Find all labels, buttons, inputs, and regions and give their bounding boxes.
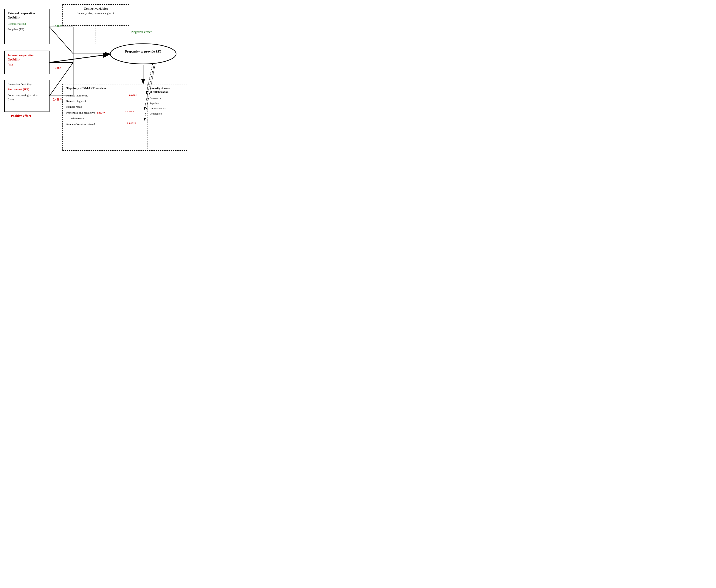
svg-line-1: [49, 54, 110, 62]
coeff-preventive: 0.037**: [97, 111, 105, 114]
svg-line-0: [49, 27, 73, 54]
coeff-ec-sst: 0.538**: [53, 25, 63, 28]
control-variables-content: Industry, size, customer segment: [66, 12, 125, 15]
propensity-ellipse-svg: Propensity to provide SST: [110, 43, 176, 65]
innovation-flexibility-box: Innovation flexibility For product (IFP)…: [4, 80, 49, 112]
internal-cooperation-box: Internal cooperationflexibility (IC): [4, 50, 49, 74]
intensity-box: Intensity of scaleof collaboration Custo…: [147, 84, 187, 151]
diagram-container: Control variables Industry, size, custom…: [4, 4, 189, 155]
coeff-ic-sst: 0.406*: [53, 67, 61, 70]
intensity-competitors: Competitors: [150, 111, 185, 116]
intensity-suppliers: Suppliers: [150, 101, 185, 106]
typology-item-3: Remote repair: [66, 104, 144, 110]
coeff-range-services: 0.010**: [127, 122, 136, 125]
external-customers-label: Customers (EC): [8, 22, 46, 26]
propensity-ellipse-container: Propensity to provide SST: [110, 43, 176, 65]
external-cooperation-title: External cooperationflexibility: [8, 11, 46, 20]
typology-outer-box: Typology of SMART services Remote monito…: [62, 84, 187, 151]
innovation-line1: Innovation flexibility: [8, 82, 46, 87]
control-variables-box: Control variables Industry, size, custom…: [62, 4, 129, 26]
svg-point-15: [110, 44, 176, 64]
innovation-line4: (IFS): [8, 97, 46, 102]
negative-effect-label: Negative effect: [131, 30, 152, 34]
coeff-remote-monitoring: 0.000*: [129, 94, 137, 97]
typology-item-2: Remote diagnostic: [66, 98, 144, 104]
typology-title: Typology of SMART services: [66, 87, 144, 90]
external-cooperation-box: External cooperationflexibility Customer…: [4, 8, 49, 44]
coeff-preventive-2: 0.037**: [125, 110, 134, 113]
intensity-universities: Universities etc.: [150, 106, 185, 111]
internal-ic-label: (IC): [8, 62, 46, 67]
internal-cooperation-title: Internal cooperationflexibility: [8, 53, 46, 62]
intensity-title: Intensity of scaleof collaboration: [150, 87, 185, 94]
positive-effect-label: Positive effect: [11, 114, 31, 118]
innovation-line2: For product (IFP): [8, 87, 46, 92]
typology-item-6: Range of services offered: [66, 122, 95, 127]
intensity-customers: Customers: [150, 96, 185, 101]
svg-text:Propensity to provide SST: Propensity to provide SST: [125, 50, 161, 53]
typology-item-5: maintenance: [70, 115, 144, 121]
external-suppliers-label: Suppliers (ES): [8, 27, 46, 31]
control-variables-title: Control variables: [66, 7, 125, 10]
innovation-line3: For accompanying services: [8, 93, 46, 98]
typology-item-4: Preventive and predictive: [66, 110, 95, 115]
coeff-ifp-sst: 0.468**: [53, 98, 63, 101]
